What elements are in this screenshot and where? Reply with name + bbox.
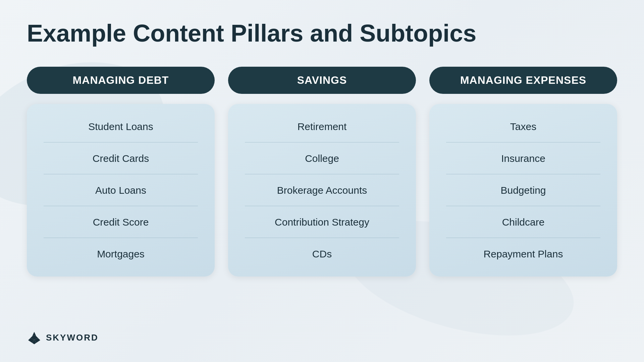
pillar-card-managing-debt: Student LoansCredit CardsAuto LoansCredi… xyxy=(27,104,215,277)
logo-text: SKYWORD xyxy=(46,333,99,343)
pillar-card-managing-expenses: TaxesInsuranceBudgetingChildcareRepaymen… xyxy=(429,104,617,277)
subtopic-text: Budgeting xyxy=(500,185,546,196)
subtopic-text: Childcare xyxy=(502,217,545,228)
logo-area: SKYWORD xyxy=(27,330,99,345)
page-container: Example Content Pillars and Subtopics MA… xyxy=(0,0,644,362)
subtopic-text: Taxes xyxy=(510,121,536,132)
subtopic-text: Student Loans xyxy=(88,121,153,132)
pillar-header-managing-expenses: MANAGING EXPENSES xyxy=(429,67,617,94)
subtopic-text: Repayment Plans xyxy=(484,248,563,259)
logo-icon xyxy=(27,330,42,345)
pillar-header-text-managing-expenses: MANAGING EXPENSES xyxy=(460,74,586,86)
pillar-card-savings: RetirementCollegeBrokerage AccountsContr… xyxy=(228,104,416,277)
subtopic-item: Credit Cards xyxy=(27,142,215,174)
subtopic-text: Retirement xyxy=(298,121,347,132)
subtopic-item: Retirement xyxy=(228,111,416,142)
subtopic-item: Auto Loans xyxy=(27,174,215,206)
subtopic-text: Credit Score xyxy=(93,217,149,228)
page-title: Example Content Pillars and Subtopics xyxy=(27,20,617,47)
subtopic-item: Brokerage Accounts xyxy=(228,174,416,206)
subtopic-text: Mortgages xyxy=(97,248,145,259)
subtopic-text: CDs xyxy=(312,248,332,259)
subtopic-text: Brokerage Accounts xyxy=(277,185,367,196)
subtopic-item: College xyxy=(228,142,416,174)
pillars-container: MANAGING DEBTStudent LoansCredit CardsAu… xyxy=(27,67,617,277)
subtopic-text: Credit Cards xyxy=(93,153,149,164)
pillar-header-text-savings: SAVINGS xyxy=(297,74,347,86)
subtopic-item: Insurance xyxy=(429,142,617,174)
subtopic-item: Contribution Strategy xyxy=(228,206,416,238)
subtopic-text: Auto Loans xyxy=(95,185,146,196)
pillar-header-text-managing-debt: MANAGING DEBT xyxy=(73,74,169,86)
subtopic-text: College xyxy=(305,153,339,164)
subtopic-item: CDs xyxy=(228,238,416,270)
pillar-header-savings: SAVINGS xyxy=(228,67,416,94)
pillar-managing-expenses: MANAGING EXPENSESTaxesInsuranceBudgeting… xyxy=(429,67,617,277)
subtopic-item: Budgeting xyxy=(429,174,617,206)
subtopic-item: Student Loans xyxy=(27,111,215,142)
pillar-header-managing-debt: MANAGING DEBT xyxy=(27,67,215,94)
subtopic-item: Childcare xyxy=(429,206,617,238)
subtopic-item: Taxes xyxy=(429,111,617,142)
subtopic-text: Insurance xyxy=(501,153,545,164)
subtopic-item: Repayment Plans xyxy=(429,238,617,270)
subtopic-item: Mortgages xyxy=(27,238,215,270)
subtopic-item: Credit Score xyxy=(27,206,215,238)
subtopic-text: Contribution Strategy xyxy=(275,217,369,228)
pillar-managing-debt: MANAGING DEBTStudent LoansCredit CardsAu… xyxy=(27,67,215,277)
pillar-savings: SAVINGSRetirementCollegeBrokerage Accoun… xyxy=(228,67,416,277)
